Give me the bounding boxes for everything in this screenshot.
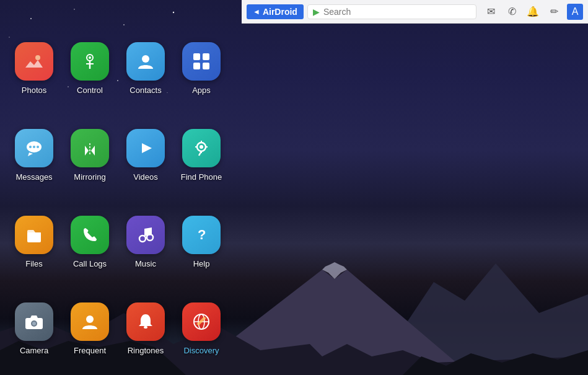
topbar-icons: ✉ ✆ 🔔 ✏ A bbox=[483, 4, 583, 20]
app-grid: PhotosControlContactsAppsMessagesMirrori… bbox=[0, 30, 229, 375]
findphone-label: Find Phone bbox=[181, 172, 222, 182]
svg-point-0 bbox=[30, 18, 32, 19]
camera-label: Camera bbox=[20, 346, 48, 355]
app-item-ringtones[interactable]: Ringtones bbox=[118, 296, 173, 375]
svg-point-44 bbox=[89, 56, 91, 59]
play-store-icon: ▶ bbox=[313, 7, 320, 17]
app-item-music[interactable]: Music bbox=[118, 210, 173, 296]
svg-point-59 bbox=[200, 145, 203, 149]
apps-icon bbox=[182, 42, 221, 81]
discovery-label: Discovery bbox=[183, 346, 219, 355]
ringtones-icon bbox=[126, 302, 165, 341]
back-arrow-icon: ◄ bbox=[253, 7, 260, 16]
app-item-messages[interactable]: Messages bbox=[6, 123, 62, 210]
svg-point-1 bbox=[74, 9, 75, 10]
messages-label: Messages bbox=[15, 172, 52, 182]
bell-icon[interactable]: 🔔 bbox=[525, 4, 541, 20]
svg-rect-50 bbox=[193, 63, 200, 69]
findphone-icon bbox=[182, 129, 221, 167]
app-item-apps[interactable]: Apps bbox=[173, 36, 229, 123]
files-label: Files bbox=[25, 259, 42, 268]
app-item-contacts[interactable]: Contacts bbox=[118, 36, 173, 123]
ringtones-label: Ringtones bbox=[128, 346, 164, 355]
files-icon bbox=[15, 216, 53, 254]
search-input[interactable] bbox=[323, 7, 471, 17]
svg-point-47 bbox=[142, 55, 149, 63]
svg-point-55 bbox=[37, 146, 39, 148]
contacts-label: Contacts bbox=[129, 86, 161, 95]
airdroid-logo-text: AirDroid bbox=[263, 7, 297, 17]
a-icon[interactable]: A bbox=[567, 4, 583, 20]
videos-label: Videos bbox=[133, 172, 158, 182]
svg-marker-57 bbox=[142, 143, 152, 153]
contacts-icon bbox=[126, 42, 165, 81]
svg-rect-49 bbox=[203, 53, 209, 60]
control-icon bbox=[71, 42, 109, 81]
svg-point-72 bbox=[86, 315, 94, 323]
app-item-help[interactable]: ?Help bbox=[173, 210, 229, 296]
videos-icon bbox=[126, 129, 165, 167]
topbar: ◄ AirDroid ▶ ✉ ✆ 🔔 ✏ A bbox=[242, 0, 588, 24]
mail-icon[interactable]: ✉ bbox=[483, 4, 499, 20]
app-item-discovery[interactable]: Discovery bbox=[173, 296, 229, 375]
calllogs-icon bbox=[71, 216, 109, 254]
frequent-label: Frequent bbox=[74, 346, 106, 355]
photos-label: Photos bbox=[22, 86, 46, 95]
camera-icon bbox=[15, 302, 53, 341]
control-label: Control bbox=[77, 86, 103, 95]
discovery-icon bbox=[182, 302, 221, 341]
svg-point-66 bbox=[139, 236, 146, 242]
svg-point-3 bbox=[173, 12, 174, 13]
search-container: ▶ bbox=[307, 4, 476, 19]
music-label: Music bbox=[135, 259, 156, 268]
app-item-mirroring[interactable]: Mirroring bbox=[62, 123, 118, 210]
help-label: Help bbox=[193, 259, 210, 268]
svg-point-71 bbox=[32, 322, 36, 325]
svg-point-2 bbox=[123, 24, 125, 25]
messages-icon bbox=[15, 129, 53, 167]
mirroring-icon bbox=[71, 129, 109, 167]
app-item-files[interactable]: Files bbox=[6, 210, 62, 296]
mirroring-label: Mirroring bbox=[74, 172, 105, 182]
svg-point-53 bbox=[29, 146, 32, 148]
app-item-photos[interactable]: Photos bbox=[6, 36, 62, 123]
svg-rect-51 bbox=[203, 63, 209, 69]
app-item-videos[interactable]: Videos bbox=[118, 123, 173, 210]
svg-point-54 bbox=[33, 146, 35, 148]
airdroid-logo[interactable]: ◄ AirDroid bbox=[247, 4, 304, 19]
app-item-findphone[interactable]: Find Phone bbox=[173, 123, 229, 210]
photos-icon bbox=[15, 42, 53, 81]
app-item-calllogs[interactable]: Call Logs bbox=[62, 210, 118, 296]
frequent-icon bbox=[71, 302, 109, 341]
app-item-camera[interactable]: Camera bbox=[6, 296, 62, 375]
help-icon: ? bbox=[182, 216, 221, 254]
svg-rect-73 bbox=[144, 326, 147, 329]
apps-label: Apps bbox=[192, 86, 211, 95]
svg-line-64 bbox=[199, 151, 201, 156]
music-icon bbox=[126, 216, 165, 254]
app-item-frequent[interactable]: Frequent bbox=[62, 296, 118, 375]
svg-rect-48 bbox=[193, 53, 200, 60]
app-item-control[interactable]: Control bbox=[62, 36, 118, 123]
phone-icon[interactable]: ✆ bbox=[504, 4, 520, 20]
edit-icon[interactable]: ✏ bbox=[546, 4, 562, 20]
svg-point-42 bbox=[35, 55, 40, 60]
svg-text:?: ? bbox=[198, 227, 206, 242]
calllogs-label: Call Logs bbox=[73, 259, 107, 268]
